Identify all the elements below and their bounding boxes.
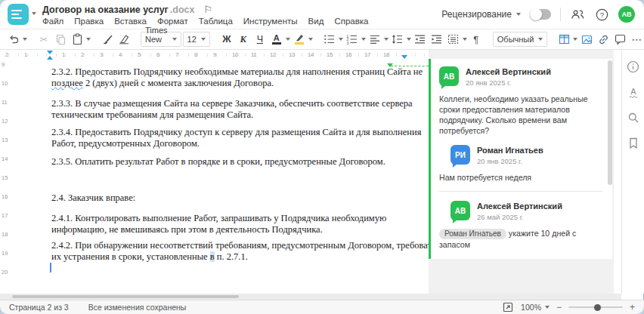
text-run: 2.3.4. Предоставить Подрядчику доступ к … bbox=[51, 127, 421, 137]
paragraph[interactable]: 2.3.4. Предоставить Подрядчику доступ к … bbox=[51, 127, 421, 149]
first-line-indent-marker[interactable] bbox=[47, 51, 53, 54]
zoom-out-button[interactable]: − bbox=[556, 303, 562, 311]
ruler-number: 3 bbox=[100, 51, 103, 58]
numbered-list-caret-icon[interactable] bbox=[361, 31, 366, 48]
logo-menu-caret-icon[interactable] bbox=[32, 12, 36, 15]
text-run: информацию, не вмешиваясь при этом в дея… bbox=[51, 224, 323, 235]
increase-indent-button[interactable] bbox=[429, 31, 444, 48]
font-size-select[interactable]: 12 bbox=[183, 32, 210, 47]
comments-scrollbar[interactable] bbox=[608, 60, 612, 185]
paste-button[interactable] bbox=[70, 31, 85, 48]
flag-icon[interactable]: ⚐ bbox=[203, 4, 212, 15]
ruler-number: 1 bbox=[62, 51, 65, 58]
insert-table-button[interactable] bbox=[556, 31, 571, 48]
ruler-number: 17 bbox=[2, 212, 8, 219]
highlight-caret-icon[interactable] bbox=[308, 31, 313, 48]
undo-caret-icon[interactable] bbox=[23, 31, 27, 48]
format-painter-button[interactable] bbox=[100, 31, 115, 48]
comment-item[interactable]: АВАлексей Вертинский20 янв 2025 г.Коллег… bbox=[439, 66, 603, 136]
user-avatar[interactable]: АВ bbox=[618, 6, 635, 23]
zoom-level-select[interactable]: 100% bbox=[521, 303, 550, 312]
comment-text: Коллеги, необходимо указать реальные сро… bbox=[439, 94, 601, 136]
zoom-slider[interactable] bbox=[568, 306, 623, 308]
zoom-slider-knob[interactable] bbox=[594, 304, 601, 311]
menu-item[interactable]: Вид bbox=[308, 17, 324, 26]
ruler-number: 12 bbox=[2, 118, 8, 125]
ruler-number: 2 bbox=[5, 51, 8, 58]
numbered-list-button[interactable]: 123 bbox=[345, 31, 360, 48]
paragraph[interactable]: 2.3.3. В случае размещения Сайта на серв… bbox=[51, 98, 413, 121]
help-icon[interactable]: ? bbox=[594, 7, 609, 22]
horizontal-scrollbar[interactable] bbox=[0, 294, 621, 300]
horizontal-ruler[interactable]: 21123456789101112131415161718 bbox=[0, 50, 429, 61]
copy-button[interactable] bbox=[53, 31, 68, 48]
app-window: Договор на оказание услуг.docx ⚐ ФайлПра… bbox=[0, 0, 644, 314]
review-mode-dropdown[interactable]: Рецензирование bbox=[441, 9, 521, 20]
comment-item[interactable]: АВАлексей Вертинский26 май 2025 г.Роман … bbox=[439, 201, 603, 250]
menu-item[interactable]: Файл bbox=[42, 17, 63, 26]
paragraph[interactable]: 2.3.2. Предоставить Подрядчику необходим… bbox=[51, 66, 423, 89]
undo-button[interactable] bbox=[6, 31, 21, 48]
font-name-select[interactable]: Times New ... bbox=[141, 32, 181, 47]
nonprinting-chars-button[interactable]: ¶ bbox=[469, 31, 484, 48]
paragraph[interactable]: 2.4.2. При обнаружении несоответствий тр… bbox=[51, 240, 429, 263]
vertical-ruler[interactable]: 91011121314151617181920 bbox=[0, 60, 11, 294]
highlight-color-button[interactable] bbox=[292, 31, 307, 48]
insert-table-caret-icon[interactable] bbox=[573, 31, 577, 48]
align-button[interactable] bbox=[367, 31, 382, 48]
collaborators-icon[interactable] bbox=[570, 7, 585, 22]
paragraph[interactable]: 2.4.1. Контролировать выполнение Работ, … bbox=[51, 213, 386, 236]
ruler-number: 11 bbox=[251, 51, 257, 58]
insert-comment-button[interactable] bbox=[612, 31, 627, 48]
paragraph-shading-button[interactable] bbox=[446, 31, 461, 48]
left-indent-marker[interactable] bbox=[47, 56, 53, 60]
italic-button[interactable]: К bbox=[236, 31, 251, 48]
ruler-number: 13 bbox=[289, 51, 295, 58]
clear-style-button[interactable] bbox=[116, 31, 132, 48]
underline-button[interactable]: Ч bbox=[252, 31, 268, 48]
app-logo-icon[interactable] bbox=[8, 4, 29, 25]
right-indent-marker[interactable] bbox=[401, 55, 407, 59]
comment-avatar: АВ bbox=[439, 66, 459, 86]
bullet-list-button[interactable] bbox=[322, 31, 337, 48]
cut-button[interactable]: ✂ bbox=[36, 31, 51, 48]
menu-item[interactable]: Таблица bbox=[199, 17, 233, 26]
save-status: Все изменения сохранены bbox=[88, 303, 187, 312]
shading-caret-icon[interactable] bbox=[463, 31, 467, 48]
bullet-list-caret-icon[interactable] bbox=[339, 31, 343, 48]
bookmark-icon[interactable] bbox=[626, 136, 641, 151]
zoom-in-button[interactable]: + bbox=[630, 303, 635, 311]
mention-chip[interactable]: Роман Игнатьев bbox=[439, 229, 506, 239]
comment-avatar: АВ bbox=[450, 201, 470, 220]
menu-item[interactable]: Правка bbox=[74, 17, 104, 26]
insert-image-button[interactable] bbox=[579, 31, 594, 48]
insert-link-button[interactable] bbox=[596, 31, 611, 48]
menu-item[interactable]: Инструменты bbox=[243, 17, 298, 26]
spellcheck-icon[interactable]: A bbox=[626, 85, 641, 100]
line-spacing-button[interactable] bbox=[390, 31, 405, 48]
fit-width-icon[interactable] bbox=[502, 301, 514, 313]
search-icon[interactable] bbox=[626, 110, 641, 125]
menu-item[interactable]: Формат bbox=[157, 17, 188, 26]
paste-caret-icon[interactable] bbox=[86, 31, 91, 48]
bold-button[interactable]: Ж bbox=[219, 31, 234, 48]
page-indicator[interactable]: Страница 2 из 3 bbox=[9, 303, 69, 312]
decrease-indent-button[interactable] bbox=[413, 31, 428, 48]
menu-item[interactable]: Справка bbox=[334, 17, 368, 26]
paragraph[interactable]: 2.3.5. Оплатить результат Работ в порядк… bbox=[51, 156, 385, 168]
align-caret-icon[interactable] bbox=[384, 31, 389, 48]
paragraph-style-select[interactable]: Обычный bbox=[493, 32, 548, 47]
document-page[interactable]: 2.3.2. Предоставить Подрядчику необходим… bbox=[11, 60, 429, 294]
font-color-button[interactable]: А bbox=[269, 31, 284, 48]
review-toggle[interactable] bbox=[530, 9, 551, 20]
comment-item[interactable]: РИРоман Игнатьев20 янв 2025 г.Нам потреб… bbox=[439, 145, 603, 183]
paragraph[interactable]: 2.4. Заказчик вправе: bbox=[51, 192, 135, 204]
info-icon[interactable] bbox=[626, 59, 641, 74]
review-mode-label: Рецензирование bbox=[441, 9, 512, 20]
horizontal-scroll-thumb[interactable] bbox=[12, 295, 239, 298]
line-spacing-caret-icon[interactable] bbox=[407, 31, 411, 48]
toolbar-more-button[interactable]: ⋯ bbox=[629, 31, 644, 48]
font-color-caret-icon[interactable] bbox=[286, 31, 290, 48]
menu-item[interactable]: Вставка bbox=[114, 17, 147, 26]
comment-thread[interactable]: АВАлексей Вертинский20 янв 2025 г.Коллег… bbox=[429, 59, 612, 259]
